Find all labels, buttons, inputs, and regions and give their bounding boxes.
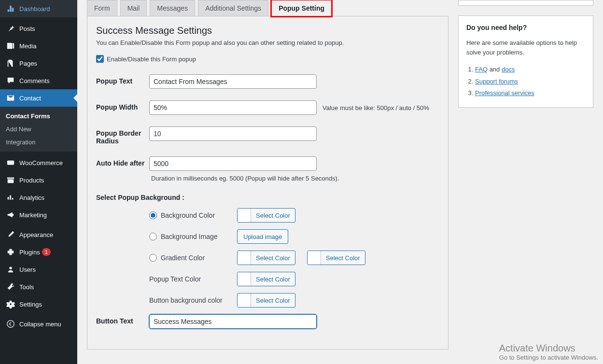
svg-rect-0	[7, 161, 14, 165]
color-swatch	[238, 251, 251, 265]
tab-popup-setting[interactable]: Popup Setting	[271, 0, 332, 16]
sidebar-sub-add-new[interactable]: Add New	[0, 123, 77, 136]
bg-section-title: Select Popup Background :	[96, 194, 439, 201]
help-sidebar: Do you need help? Here are some availabl…	[458, 0, 593, 354]
button-text-label: Button Text	[96, 314, 149, 325]
sidebar-item-label: Products	[19, 177, 44, 184]
sidebar-item-label: Appearance	[19, 231, 53, 238]
gradient-radio[interactable]	[149, 254, 157, 262]
bg-color-select-button[interactable]: Select Color	[237, 208, 295, 223]
sidebar-item-users[interactable]: Users	[0, 261, 77, 278]
tab-additional-settings[interactable]: Additional Settings	[198, 0, 268, 16]
sidebar-item-marketing[interactable]: Marketing	[0, 206, 77, 224]
comments-icon	[6, 76, 15, 85]
popup-text-input[interactable]	[149, 74, 317, 89]
sidebar-item-contact[interactable]: Contact	[0, 89, 77, 107]
sidebar-item-media[interactable]: Media	[0, 37, 77, 55]
collapse-icon	[6, 319, 15, 329]
sidebar-sub-integration[interactable]: Integration	[0, 136, 77, 149]
panel-title: Success Message Settings	[96, 25, 439, 36]
settings-panel: Success Message Settings You can Enable/…	[87, 16, 449, 350]
brush-icon	[6, 230, 15, 239]
sidebar-item-label: WooCommerce	[19, 159, 63, 167]
popup-width-hint: Value must be like: 500px / auto / 50%	[323, 104, 429, 112]
tab-messages[interactable]: Messages	[150, 0, 195, 16]
faq-link[interactable]: FAQ	[475, 66, 488, 73]
empty-widget	[458, 0, 593, 6]
gradient-color1-button[interactable]: Select Color	[237, 251, 295, 265]
archive-icon	[6, 175, 15, 185]
bg-image-radio[interactable]	[149, 233, 157, 240]
sidebar-item-label: Posts	[19, 25, 35, 32]
woo-icon	[6, 158, 15, 168]
color-swatch	[308, 251, 321, 265]
docs-link[interactable]: docs	[502, 66, 515, 73]
megaphone-icon	[6, 210, 15, 220]
button-text-input[interactable]	[149, 314, 317, 329]
sidebar-item-label: Analytics	[19, 194, 44, 201]
color-swatch	[238, 294, 251, 307]
auto-hide-label: Auto Hide after	[96, 156, 149, 167]
tab-form[interactable]: Form	[87, 0, 117, 16]
popup-border-radius-input[interactable]	[149, 126, 317, 141]
help-item-pro: Professional services	[475, 87, 585, 99]
text-color-label: Popup Text Color	[149, 275, 231, 283]
button-bg-color-label: Button background color	[149, 296, 231, 304]
sidebar-item-dashboard[interactable]: Dashboard	[0, 0, 77, 17]
sidebar-item-posts[interactable]: Posts	[0, 20, 77, 37]
color-swatch	[238, 272, 251, 286]
mail-icon	[6, 93, 15, 103]
sidebar-item-pages[interactable]: Pages	[0, 55, 77, 72]
auto-hide-hint: Duration in milliseconds eg. 5000 (Popup…	[151, 175, 339, 182]
dashboard-icon	[6, 4, 15, 14]
sidebar-item-settings[interactable]: Settings	[0, 295, 77, 313]
auto-hide-input[interactable]	[149, 156, 317, 171]
support-link[interactable]: Support forums	[475, 78, 518, 85]
gradient-color2-button[interactable]: Select Color	[307, 251, 365, 265]
sidebar-item-label: Marketing	[19, 211, 47, 219]
bg-color-radio-label[interactable]: Background Color	[149, 211, 231, 219]
sidebar-sub-contact-forms[interactable]: Contact Forms	[0, 110, 77, 123]
sidebar-item-analytics[interactable]: Analytics	[0, 189, 77, 206]
sidebar-item-label: Dashboard	[19, 5, 50, 13]
sidebar-item-plugins[interactable]: Plugins1	[0, 243, 77, 261]
sidebar-item-label: Plugins	[19, 249, 40, 256]
button-bg-color-button[interactable]: Select Color	[237, 293, 295, 308]
help-item-faq: FAQ and docs	[475, 64, 585, 76]
svg-point-2	[10, 303, 12, 305]
sidebar-item-label: Contact	[19, 95, 41, 102]
settings-tabs: Form Mail Messages Additional Settings P…	[87, 0, 449, 16]
users-icon	[6, 265, 15, 274]
sidebar-item-collapse[interactable]: Collapse menu	[0, 315, 77, 333]
panel-description: You can Enable/Disable this Form popup a…	[96, 39, 439, 46]
sidebar-item-tools[interactable]: Tools	[0, 278, 77, 295]
pro-services-link[interactable]: Professional services	[475, 89, 534, 97]
media-icon	[6, 41, 15, 51]
sidebar-item-label: Collapse menu	[19, 321, 61, 328]
sidebar-item-comments[interactable]: Comments	[0, 72, 77, 89]
tools-icon	[6, 282, 15, 292]
enable-popup-label[interactable]: Enable/Disable this Form popup	[107, 56, 196, 63]
sidebar-item-woocommerce[interactable]: WooCommerce	[0, 154, 77, 171]
sidebar-item-label: Pages	[19, 60, 37, 67]
text-color-button[interactable]: Select Color	[237, 272, 295, 286]
settings-icon	[6, 299, 15, 309]
sidebar-item-appearance[interactable]: Appearance	[0, 226, 77, 243]
bg-image-radio-label[interactable]: Background Image	[149, 233, 231, 240]
help-intro: Here are some available options to help …	[466, 38, 585, 57]
pin-icon	[6, 24, 15, 33]
upload-image-button[interactable]: Upload image	[237, 229, 288, 244]
sidebar-item-label: Users	[19, 266, 36, 273]
popup-width-input[interactable]	[149, 100, 317, 115]
tab-mail[interactable]: Mail	[120, 0, 147, 16]
bg-color-radio[interactable]	[149, 211, 157, 219]
enable-popup-checkbox[interactable]	[96, 55, 104, 63]
analytics-icon	[6, 193, 15, 202]
sidebar-item-label: Settings	[19, 301, 42, 308]
pages-icon	[6, 58, 15, 68]
sidebar-submenu: Contact Forms Add New Integration	[0, 107, 77, 152]
gradient-radio-label[interactable]: Gradient Color	[149, 254, 231, 262]
help-widget: Do you need help? Here are some availabl…	[458, 15, 593, 108]
help-title: Do you need help?	[466, 24, 585, 31]
sidebar-item-products[interactable]: Products	[0, 171, 77, 189]
